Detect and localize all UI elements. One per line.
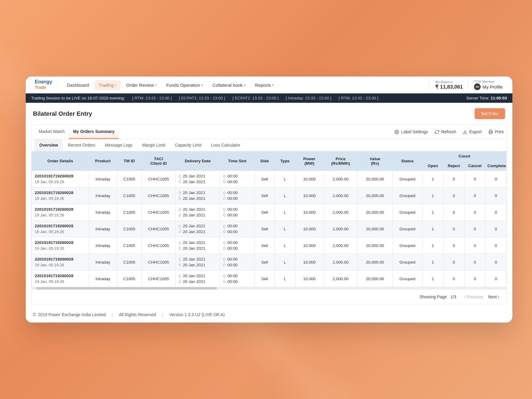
server-time-label: Server Time: — [466, 96, 490, 100]
bid-entry-button[interactable]: Bid Entry — [475, 108, 505, 119]
session-slot: [ ECPAT2: 13:33 - 23:00 ] — [232, 96, 279, 100]
cell-product: Intraday — [89, 187, 117, 204]
refresh-icon — [435, 129, 440, 134]
cell-price: 2,000.00 — [324, 204, 358, 221]
cell-complete: 0 — [485, 237, 507, 254]
th-price: Price(Rs/MWh) — [324, 151, 358, 171]
nav-trading-label: Trading — [99, 83, 114, 88]
title-row: Bilateral Order Entry Bid Entry — [26, 103, 512, 125]
tab-loss-calculator[interactable]: Loss Calculator — [206, 139, 245, 151]
scrollbar-thumb[interactable] — [36, 287, 217, 290]
order-timestamp: 19 Jan, 05:19:26 — [35, 213, 87, 217]
th-order-details: Order Details — [32, 151, 89, 171]
cell-time-slot: 00:0000:00 — [220, 271, 255, 287]
cell-price: 2,000.00 — [324, 171, 358, 187]
table-row[interactable]: 22010191719260028 19 Jan, 05:19:26 Intra… — [32, 187, 507, 204]
nav-trading[interactable]: Trading ▾ — [94, 80, 121, 90]
cell-tmid: C1005 — [117, 171, 142, 187]
footer: © 2019 Power Exchange India Limited | Al… — [26, 308, 512, 323]
cell-open: 1 — [422, 254, 443, 271]
tab-overview[interactable]: Overview — [34, 139, 63, 151]
brand-line1: Energy — [35, 79, 52, 85]
nav-reports-label: Reports — [255, 83, 271, 88]
cell-status: Grouped — [392, 171, 422, 187]
chevron-down-icon: ▾ — [155, 83, 157, 87]
session-slot: [ ECPAT1: 13:33 - 23:00 ] — [179, 96, 225, 100]
cell-type: L — [275, 221, 295, 237]
cell-time-slot: 00:0000:00 — [220, 237, 255, 254]
order-id: 22010191719260028 — [35, 174, 87, 178]
tab-capacity-limit[interactable]: Capacity Limit — [170, 139, 206, 151]
print-icon — [488, 129, 493, 134]
cell-status: Grouped — [392, 271, 422, 287]
tab-margin-limit[interactable]: Margin Limit — [137, 139, 170, 151]
brand-line2: Trade — [35, 85, 52, 90]
chevron-right-icon: › — [498, 294, 499, 299]
print-button[interactable]: Print — [488, 129, 504, 134]
nav-funds-operation[interactable]: Funds Operation ▾ — [162, 80, 207, 90]
cell-delivery-date: 20 Jan 202120 Jan 2021 — [175, 254, 220, 271]
cell-time-slot: 00:0000:00 — [220, 221, 255, 237]
cell-type: L — [275, 171, 295, 187]
cell-complete: 0 — [485, 254, 507, 271]
cell-order-details: 22010191719260028 19 Jan, 05:19:26 — [32, 221, 89, 237]
refresh-button[interactable]: Refresh — [435, 129, 456, 134]
nav-reports[interactable]: Reports ▾ — [251, 80, 278, 90]
cell-price: 2,000.00 — [324, 187, 358, 204]
cell-order-details: 22010191719260028 19 Jan, 05:19:26 — [32, 254, 89, 271]
order-timestamp: 19 Jan, 05:19:26 — [35, 263, 87, 267]
cell-type: L — [275, 254, 295, 271]
cell-type: L — [275, 187, 295, 204]
nav-dashboard[interactable]: Dashboard — [63, 80, 93, 90]
profile-name: My Profile — [482, 84, 503, 89]
chevron-down-icon: ▾ — [115, 83, 116, 87]
cell-cancel: 0 — [464, 221, 485, 237]
cell-power: 10.000 — [295, 254, 324, 271]
cell-product: Intraday — [89, 204, 117, 221]
table-row[interactable]: 22010191719260028 19 Jan, 05:19:26 Intra… — [32, 237, 507, 254]
nav-order-review-label: Order Review — [126, 83, 154, 88]
th-cancel: Cancel — [464, 161, 485, 171]
order-timestamp: 19 Jan, 05:19:26 — [35, 279, 87, 284]
order-timestamp: 19 Jan, 05:19:26 — [35, 180, 87, 184]
logo: Energy Trade — [30, 76, 57, 92]
profile-box[interactable]: TCM Member AK My Profile — [468, 78, 508, 92]
order-id: 22010191719260028 — [35, 207, 87, 212]
cell-status: Grouped — [392, 187, 422, 204]
table-row[interactable]: 22010191719260028 19 Jan, 05:19:26 Intra… — [32, 171, 507, 187]
chevron-down-icon: ▾ — [244, 83, 245, 87]
th-reject: Reject — [443, 161, 464, 171]
next-button[interactable]: Next › — [486, 293, 502, 300]
table-row[interactable]: 22010191719260028 19 Jan, 05:19:26 Intra… — [32, 204, 507, 221]
export-button[interactable]: Export — [463, 129, 482, 134]
cell-order-details: 22010191719260028 19 Jan, 05:19:26 — [32, 204, 89, 221]
tab-message-logs[interactable]: Message Logs — [100, 139, 137, 151]
secondary-tabs: Overview Recent Orders Message Logs Marg… — [31, 139, 507, 151]
cell-time-slot: 00:0000:00 — [220, 171, 255, 187]
table-row[interactable]: 22010191719260028 19 Jan, 05:19:26 Intra… — [32, 221, 507, 237]
order-id: 22010191719260028 — [35, 240, 87, 245]
previous-button[interactable]: ‹ Previous — [462, 293, 485, 300]
nav-collateral-book[interactable]: Collateral book ▾ — [208, 80, 250, 90]
cell-value: 20,000.00 — [358, 221, 393, 237]
paging-showing: Showing Page — [420, 294, 447, 299]
th-product: Product — [89, 151, 117, 171]
cell-complete: 0 — [485, 271, 507, 287]
table-row[interactable]: 22010191719260028 19 Jan, 05:19:26 Intra… — [32, 271, 507, 287]
cell-order-details: 22010191719260028 19 Jan, 05:19:26 — [32, 237, 89, 254]
tab-my-orders-summary[interactable]: My Orders Summary — [69, 125, 119, 139]
balance-box: My Balance ₹ 11,83,061 — [430, 78, 468, 92]
cell-delivery-date: 20 Jan 202120 Jan 2021 — [175, 237, 220, 254]
footer-version: Version 1.3.3 U2 (LIVE DR A) — [169, 312, 225, 317]
order-id: 22010191719260028 — [35, 274, 87, 278]
nav-order-review[interactable]: Order Review ▾ — [122, 80, 161, 90]
label-settings-button[interactable]: Label Settings — [394, 129, 428, 134]
horizontal-scrollbar[interactable] — [31, 287, 507, 290]
th-count: Count — [422, 151, 506, 161]
table-row[interactable]: 22010191719260028 19 Jan, 05:19:26 Intra… — [32, 254, 507, 271]
cell-delivery-date: 20 Jan 202120 Jan 2021 — [175, 171, 220, 187]
tab-market-watch[interactable]: Market Watch — [34, 125, 69, 139]
tab-recent-orders[interactable]: Recent Orders — [63, 139, 100, 151]
session-slot: [ RTM: 13:33 - 23:00 ] — [132, 96, 172, 100]
cell-status: Grouped — [392, 254, 422, 271]
